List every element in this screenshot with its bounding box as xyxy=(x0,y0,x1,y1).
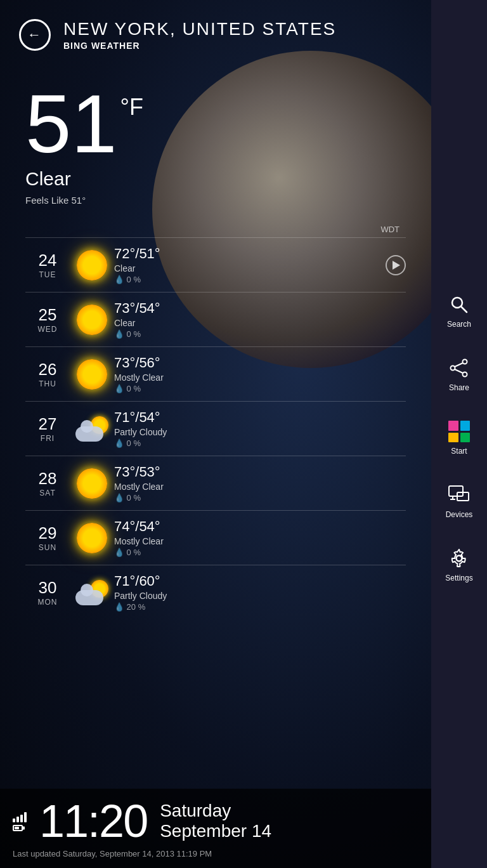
forecast-condition: Clear xyxy=(114,318,406,328)
battery-fill xyxy=(15,827,19,829)
forecast-temps: 73°/56° xyxy=(114,355,406,371)
back-arrow-icon: ← xyxy=(27,27,41,43)
forecast-row: 26 THU 73°/56° Mostly Clear 💧 0 % xyxy=(25,346,406,401)
forecast-weather-icon xyxy=(70,468,114,499)
battery-icon xyxy=(13,825,23,831)
status-bar: 11:20 Saturday September 14 Last updated… xyxy=(0,789,431,868)
forecast-day-name: WED xyxy=(25,325,70,334)
forecast-weather-icon xyxy=(70,580,114,605)
forecast-row: 27 FRI 71°/54° Partly Cloudy 💧 0 % xyxy=(25,401,406,456)
svg-point-4 xyxy=(463,372,467,377)
sun-icon xyxy=(77,359,107,390)
temperature-section: 51 °F Clear Feels Like 51° xyxy=(0,63,431,218)
forecast-day-name: SUN xyxy=(25,543,70,552)
time-row: 11:20 Saturday September 14 xyxy=(13,798,419,844)
forecast-weather-icon xyxy=(70,359,114,390)
forecast-precip: 💧 0 % xyxy=(114,275,406,284)
wdt-label: WDT xyxy=(25,225,406,234)
forecast-precip: 💧 0 % xyxy=(114,548,406,557)
forecast-day-name: THU xyxy=(25,379,70,388)
forecast-precip: 💧 0 % xyxy=(114,329,406,339)
charm-start-label: Start xyxy=(451,447,467,456)
cloud-icon xyxy=(75,590,103,605)
forecast-date: 27 FRI xyxy=(25,414,70,443)
forecast-precip: 💧 0 % xyxy=(114,493,406,503)
back-button[interactable]: ← xyxy=(19,19,51,51)
city-name: NEW YORK, UNITED STATES xyxy=(63,19,336,39)
settings-icon xyxy=(448,547,471,570)
forecast-details: 73°/54° Clear 💧 0 % xyxy=(114,300,406,339)
svg-point-3 xyxy=(451,366,455,371)
charm-start[interactable]: Start xyxy=(431,406,487,470)
forecast-weather-icon xyxy=(70,250,114,280)
forecast-temps: 74°/54° xyxy=(114,518,406,535)
charm-share[interactable]: Share xyxy=(431,343,487,406)
forecast-day-name: SAT xyxy=(25,489,70,497)
sun-icon xyxy=(77,523,107,553)
forecast-temps: 71°/54° xyxy=(114,409,406,426)
forecast-day-num: 28 xyxy=(25,469,70,489)
app-name: BING WEATHER xyxy=(63,41,336,51)
temperature-value: 51 xyxy=(25,82,117,165)
forecast-day-num: 29 xyxy=(25,523,70,543)
start-icon xyxy=(448,420,471,443)
header: ← NEW YORK, UNITED STATES BING WEATHER xyxy=(0,0,431,63)
partly-cloudy-icon xyxy=(75,416,108,442)
forecast-details: 71°/54° Partly Cloudy 💧 0 % xyxy=(114,409,406,448)
charm-settings[interactable]: Settings xyxy=(431,533,487,596)
header-text: NEW YORK, UNITED STATES BING WEATHER xyxy=(63,19,336,51)
charm-settings-label: Settings xyxy=(445,574,472,582)
forecast-condition: Partly Cloudy xyxy=(114,427,406,437)
forecast-row: 25 WED 73°/54° Clear 💧 0 % xyxy=(25,292,406,346)
forecast-precip: 💧 20 % xyxy=(114,602,406,612)
status-icons xyxy=(13,811,27,831)
forecast-day-num: 26 xyxy=(25,360,70,379)
charm-devices[interactable]: Devices xyxy=(431,470,487,533)
forecast-condition: Clear xyxy=(114,263,406,273)
date-full: September 14 xyxy=(160,821,271,841)
forecast-date: 24 TUE xyxy=(25,251,70,279)
forecast-day-num: 27 xyxy=(25,414,70,434)
partly-cloudy-icon xyxy=(75,580,108,605)
devices-icon xyxy=(448,483,471,506)
forecast-weather-icon xyxy=(70,305,114,335)
forecast-row: 24 TUE 72°/51° Clear 💧 0 % xyxy=(25,237,406,292)
forecast-weather-icon xyxy=(70,523,114,553)
forecast-date: 26 THU xyxy=(25,360,70,388)
sun-icon xyxy=(77,468,107,499)
play-triangle-icon xyxy=(393,261,400,270)
forecast-day-name: FRI xyxy=(25,434,70,443)
forecast-day-name: MON xyxy=(25,598,70,607)
sun-icon xyxy=(77,305,107,335)
forecast-details: 74°/54° Mostly Clear 💧 0 % xyxy=(114,518,406,557)
forecast-row: 28 SAT 73°/53° Mostly Clear 💧 0 % xyxy=(25,456,406,510)
forecast-details: 73°/56° Mostly Clear 💧 0 % xyxy=(114,355,406,393)
charm-devices-label: Devices xyxy=(446,510,473,519)
forecast-temps: 72°/51° xyxy=(114,246,406,262)
forecast-day-num: 24 xyxy=(25,251,70,270)
forecast-day-num: 30 xyxy=(25,578,70,598)
forecast-condition: Partly Cloudy xyxy=(114,591,406,601)
forecast-condition: Mostly Clear xyxy=(114,482,406,492)
forecast-details: 73°/53° Mostly Clear 💧 0 % xyxy=(114,464,406,503)
forecast-date: 30 MON xyxy=(25,578,70,607)
forecast-temps: 71°/60° xyxy=(114,573,406,589)
time-display: 11:20 xyxy=(39,798,147,844)
share-icon xyxy=(448,357,471,379)
date-display: Saturday September 14 xyxy=(160,801,271,841)
svg-point-2 xyxy=(463,360,467,364)
play-button[interactable] xyxy=(386,255,406,275)
forecast-day-name: TUE xyxy=(25,270,70,279)
sun-icon xyxy=(77,250,107,280)
svg-point-11 xyxy=(457,556,462,562)
forecast-date: 28 SAT xyxy=(25,469,70,497)
forecast-row: 30 MON 71°/60° Partly Cloudy 💧 20 % xyxy=(25,565,406,619)
feels-like: Feels Like 51° xyxy=(25,195,406,206)
charm-search[interactable]: Search xyxy=(431,279,487,343)
forecast-row: 29 SUN 74°/54° Mostly Clear 💧 0 % xyxy=(25,510,406,565)
svg-line-5 xyxy=(455,363,463,367)
temperature-display: 51 °F xyxy=(25,82,406,165)
forecast-date: 25 WED xyxy=(25,305,70,334)
temperature-unit: °F xyxy=(120,94,143,121)
forecast-temps: 73°/54° xyxy=(114,300,406,317)
